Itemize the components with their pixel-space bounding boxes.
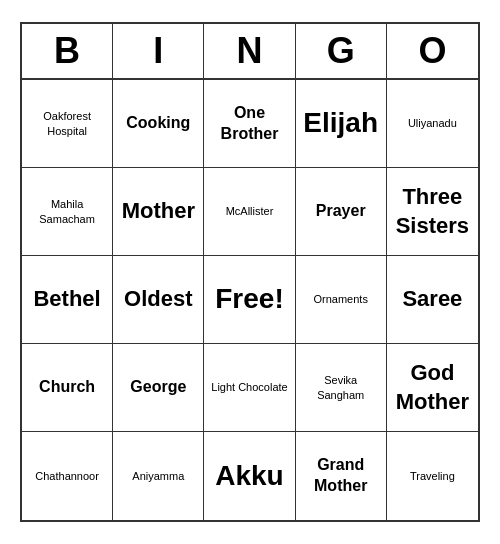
bingo-cell: Mahila Samacham xyxy=(22,168,113,256)
header-letter: B xyxy=(22,24,113,78)
bingo-cell: Akku xyxy=(204,432,295,520)
bingo-grid: Oakforest HospitalCookingOne BrotherElij… xyxy=(22,80,478,520)
bingo-cell: Traveling xyxy=(387,432,478,520)
bingo-cell: Ornaments xyxy=(296,256,387,344)
bingo-card: BINGO Oakforest HospitalCookingOne Broth… xyxy=(20,22,480,522)
header-letter: I xyxy=(113,24,204,78)
bingo-cell: Chathannoor xyxy=(22,432,113,520)
bingo-cell: Saree xyxy=(387,256,478,344)
bingo-cell: Light Chocolate xyxy=(204,344,295,432)
header-letter: O xyxy=(387,24,478,78)
bingo-cell: One Brother xyxy=(204,80,295,168)
bingo-cell: Prayer xyxy=(296,168,387,256)
bingo-cell: McAllister xyxy=(204,168,295,256)
bingo-cell: Oakforest Hospital xyxy=(22,80,113,168)
bingo-cell: Free! xyxy=(204,256,295,344)
bingo-cell: Mother xyxy=(113,168,204,256)
header-letter: G xyxy=(296,24,387,78)
bingo-cell: Uliyanadu xyxy=(387,80,478,168)
header-letter: N xyxy=(204,24,295,78)
bingo-cell: Church xyxy=(22,344,113,432)
bingo-cell: Grand Mother xyxy=(296,432,387,520)
bingo-header: BINGO xyxy=(22,24,478,80)
bingo-cell: Aniyamma xyxy=(113,432,204,520)
bingo-cell: God Mother xyxy=(387,344,478,432)
bingo-cell: Sevika Sangham xyxy=(296,344,387,432)
bingo-cell: Elijah xyxy=(296,80,387,168)
bingo-cell: Oldest xyxy=(113,256,204,344)
bingo-cell: Three Sisters xyxy=(387,168,478,256)
bingo-cell: Cooking xyxy=(113,80,204,168)
bingo-cell: George xyxy=(113,344,204,432)
bingo-cell: Bethel xyxy=(22,256,113,344)
